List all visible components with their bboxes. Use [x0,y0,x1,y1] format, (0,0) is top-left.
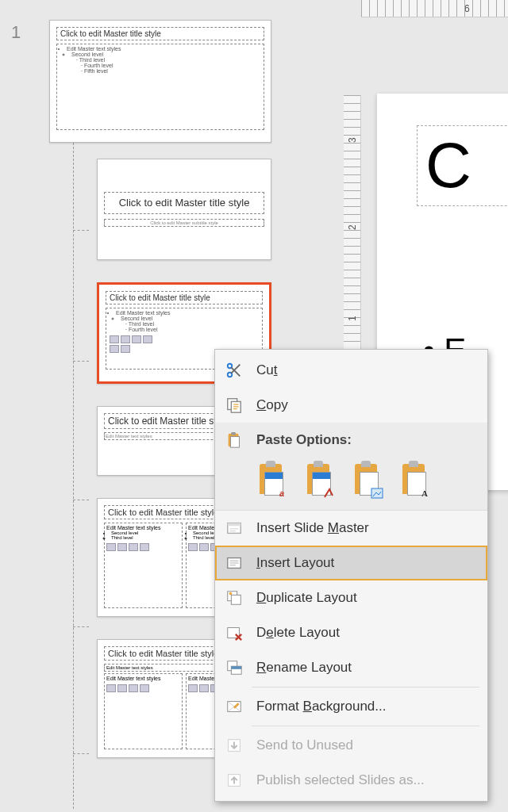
menu-label: Rename Layout [256,660,352,676]
layout-connector-h [73,753,89,754]
send-down-icon [223,734,245,756]
paste-option-keep-text-only[interactable]: A [399,464,431,499]
layout-thumbnail-title-slide[interactable]: Click to edit Master title style Click t… [97,159,271,260]
menu-paste-options-header: Paste Options: [215,423,487,458]
svg-point-13 [229,592,233,596]
menu-label: Delete Layout [256,625,340,641]
menu-label: Publish selected Slides as... [256,772,425,788]
menu-label: Copy [256,397,288,413]
scissors-icon [223,359,245,381]
format-background-icon [223,695,245,718]
slide-master-thumbnail[interactable]: Click to edit Master title style Edit Ma… [49,20,271,143]
insert-slide-master-icon [223,517,245,539]
menu-label: Cut [256,362,277,378]
paste-option-use-destination-theme[interactable]: a [256,464,288,499]
menu-label: Insert Layout [256,555,334,571]
horizontal-ruler[interactable] [361,0,508,17]
svg-rect-5 [231,432,236,435]
paste-option-picture[interactable] [352,464,383,499]
title-placeholder: Click to edit Master title style [106,291,263,304]
menu-item-copy[interactable]: Copy [215,388,487,423]
layout-connector-line [73,143,74,809]
menu-item-insert-layout[interactable]: Insert Layout [215,546,487,580]
menu-item-delete-layout[interactable]: Delete Layout [215,615,487,650]
title-placeholder: Click to edit Master title style [104,192,264,215]
title-text-fragment: C [425,134,508,197]
svg-rect-17 [231,666,241,669]
master-index-number: 1 [11,22,21,43]
menu-item-cut[interactable]: Cut [215,353,487,388]
duplicate-layout-icon [223,587,245,609]
svg-rect-12 [231,595,241,604]
rename-layout-icon [223,657,245,679]
left-content-placeholder: Edit Master text styles Second levelThir… [104,523,183,608]
menu-item-insert-slide-master[interactable]: Insert Slide Master [215,511,487,546]
menu-label: Send to Unused [256,737,353,753]
svg-rect-9 [228,523,241,527]
menu-item-duplicate-layout[interactable]: Duplicate Layout [215,580,487,615]
publish-up-icon [223,769,245,791]
layout-connector-h [73,500,89,500]
layout-connector-h [73,230,89,231]
insert-layout-icon [223,552,245,574]
vertical-ruler[interactable]: 3 2 1 [344,95,361,373]
delete-layout-icon [223,622,245,644]
context-menu: Cut Copy Paste Options: a A [214,349,488,802]
menu-label: Insert Slide Master [256,520,369,536]
master-body-placeholder: Edit Master text styles Second level Thi… [56,44,264,130]
layout-connector-h [73,626,89,627]
menu-label: Duplicate Layout [256,590,357,606]
menu-label: Paste Options: [256,432,352,448]
paste-options-row: a A [215,458,487,511]
paste-icon [223,429,245,451]
menu-separator [252,726,479,726]
master-title-placeholder: Click to edit Master title style [56,27,264,40]
left-content-placeholder: Edit Master text styles [104,673,183,749]
subtitle-placeholder: Click to edit Master subtitle style [104,219,264,227]
layout-connector-h [73,361,89,362]
menu-item-send-to-unused: Send to Unused [215,728,487,763]
menu-item-format-background[interactable]: Format Background... [215,689,487,724]
paste-option-keep-source-formatting[interactable] [304,464,336,499]
menu-separator [252,687,479,688]
title-placeholder-canvas[interactable]: C [417,125,508,206]
svg-rect-6 [230,436,239,447]
menu-label: Format Background... [256,699,386,714]
menu-item-publish-selected-slides: Publish selected Slides as... [215,763,487,798]
menu-item-rename-layout[interactable]: Rename Layout [215,650,487,685]
copy-icon [223,394,245,416]
